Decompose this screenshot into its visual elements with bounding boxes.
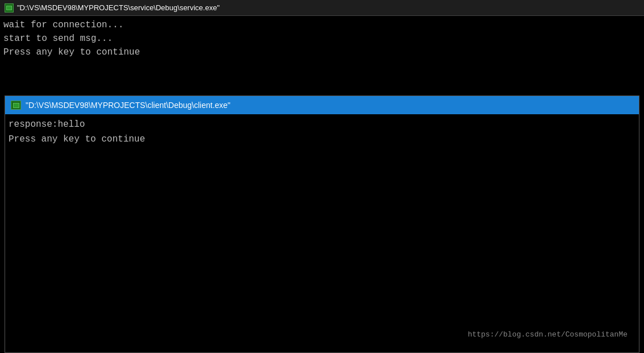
service-console-output: wait for connection... start to send msg…	[0, 16, 644, 61]
client-titlebar[interactable]: "D:\VS\MSDEV98\MYPROJECTS\client\Debug\c…	[5, 96, 639, 114]
service-line-3: Press any key to continue	[3, 45, 641, 59]
client-window[interactable]: "D:\VS\MSDEV98\MYPROJECTS\client\Debug\c…	[5, 95, 639, 353]
client-line-1: response:hello	[9, 118, 635, 132]
service-window[interactable]: "D:\VS\MSDEV98\MYPROJECTS\service\Debug\…	[0, 0, 644, 91]
service-titlebar[interactable]: "D:\VS\MSDEV98\MYPROJECTS\service\Debug\…	[0, 0, 644, 16]
service-window-title: "D:\VS\MSDEV98\MYPROJECTS\service\Debug\…	[17, 3, 220, 12]
client-console-output: response:hello Press any key to continue…	[5, 114, 639, 352]
client-line-2: Press any key to continue	[9, 132, 635, 147]
service-line-1: wait for connection...	[3, 18, 641, 32]
service-line-2: start to send msg...	[3, 32, 641, 45]
desktop-area: "D:\VS\MSDEV98\MYPROJECTS\service\Debug\…	[0, 0, 644, 353]
client-window-title: "D:\VS\MSDEV98\MYPROJECTS\client\Debug\c…	[26, 101, 230, 110]
client-window-icon	[11, 101, 21, 110]
watermark-text: https://blog.csdn.net/CosmopolitanMe	[468, 329, 628, 341]
service-window-icon	[5, 3, 14, 13]
